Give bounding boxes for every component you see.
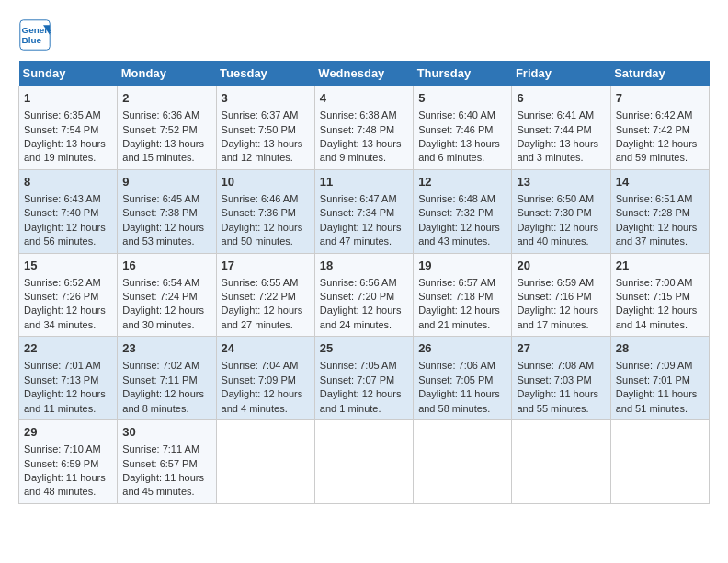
daylight-7: Daylight: 12 hours and 59 minutes. [616, 138, 698, 163]
day-cell-16: 16 Sunrise: 6:54 AM Sunset: 7:24 PM Dayl… [118, 253, 216, 337]
empty-cell [414, 420, 512, 504]
day-number-15: 15 [24, 258, 112, 274]
day-cell-21: 21 Sunrise: 7:00 AM Sunset: 7:15 PM Dayl… [610, 253, 709, 337]
day-cell-5: 5 Sunrise: 6:40 AM Sunset: 7:46 PM Dayli… [414, 86, 512, 170]
day-number-6: 6 [517, 90, 605, 107]
sunrise-22: Sunrise: 7:01 AM [24, 360, 101, 371]
sunset-29: Sunset: 6:59 PM [24, 458, 98, 469]
empty-cell [314, 420, 413, 504]
day-cell-20: 20 Sunrise: 6:59 AM Sunset: 7:16 PM Dayl… [512, 253, 610, 337]
header-wednesday: Wednesday [314, 61, 413, 86]
day-number-18: 18 [320, 258, 408, 274]
day-cell-3: 3 Sunrise: 6:37 AM Sunset: 7:50 PM Dayli… [216, 86, 314, 170]
day-cell-7: 7 Sunrise: 6:42 AM Sunset: 7:42 PM Dayli… [610, 86, 709, 170]
sunset-4: Sunset: 7:48 PM [320, 124, 394, 135]
sunrise-23: Sunrise: 7:02 AM [122, 360, 199, 371]
day-number-1: 1 [24, 90, 112, 107]
sunset-15: Sunset: 7:26 PM [24, 291, 98, 302]
day-cell-22: 22 Sunrise: 7:01 AM Sunset: 7:13 PM Dayl… [19, 337, 118, 420]
daylight-15: Daylight: 12 hours and 34 minutes. [24, 304, 106, 329]
sunrise-17: Sunrise: 6:55 AM [222, 277, 299, 288]
day-number-5: 5 [418, 90, 506, 107]
sunset-8: Sunset: 7:40 PM [24, 207, 98, 218]
sunset-28: Sunset: 7:01 PM [616, 374, 690, 385]
sunset-10: Sunset: 7:36 PM [222, 207, 296, 218]
sunrise-5: Sunrise: 6:40 AM [418, 109, 495, 121]
sunset-17: Sunset: 7:22 PM [222, 291, 296, 302]
daylight-25: Daylight: 12 hours and 1 minute. [320, 388, 402, 413]
sunset-9: Sunset: 7:38 PM [122, 207, 197, 218]
header-saturday: Saturday [610, 61, 709, 86]
sunrise-27: Sunrise: 7:08 AM [517, 360, 594, 371]
sunrise-20: Sunrise: 6:59 AM [517, 277, 594, 288]
sunrise-7: Sunrise: 6:42 AM [616, 109, 693, 121]
daylight-6: Daylight: 13 hours and 3 minutes. [517, 138, 598, 163]
day-cell-28: 28 Sunrise: 7:09 AM Sunset: 7:01 PM Dayl… [610, 337, 709, 420]
day-number-14: 14 [616, 174, 704, 190]
sunrise-30: Sunrise: 7:11 AM [122, 443, 199, 454]
empty-cell [216, 420, 314, 504]
sunset-27: Sunset: 7:03 PM [517, 374, 591, 385]
day-number-25: 25 [320, 340, 408, 357]
sunset-26: Sunset: 7:05 PM [418, 374, 493, 385]
day-number-3: 3 [222, 90, 310, 107]
day-number-8: 8 [24, 174, 112, 190]
header-sunday: Sunday [19, 61, 118, 86]
logo: General Blue [18, 18, 57, 52]
sunrise-29: Sunrise: 7:10 AM [24, 443, 101, 454]
sunrise-16: Sunrise: 6:54 AM [122, 277, 199, 288]
sunset-22: Sunset: 7:13 PM [24, 374, 98, 385]
sunset-13: Sunset: 7:30 PM [517, 207, 591, 218]
day-cell-4: 4 Sunrise: 6:38 AM Sunset: 7:48 PM Dayli… [314, 86, 413, 170]
sunset-7: Sunset: 7:42 PM [616, 124, 690, 135]
daylight-22: Daylight: 12 hours and 11 minutes. [24, 388, 106, 413]
daylight-1: Daylight: 13 hours and 19 minutes. [24, 138, 106, 163]
sunset-21: Sunset: 7:15 PM [616, 291, 690, 302]
page-header: General Blue [18, 18, 710, 52]
daylight-4: Daylight: 13 hours and 9 minutes. [320, 138, 402, 163]
day-number-11: 11 [320, 174, 408, 190]
day-cell-27: 27 Sunrise: 7:08 AM Sunset: 7:03 PM Dayl… [512, 337, 610, 420]
day-cell-24: 24 Sunrise: 7:04 AM Sunset: 7:09 PM Dayl… [216, 337, 314, 420]
sunrise-9: Sunrise: 6:45 AM [122, 193, 199, 204]
sunset-20: Sunset: 7:16 PM [517, 291, 591, 302]
daylight-16: Daylight: 12 hours and 30 minutes. [122, 304, 204, 329]
sunset-3: Sunset: 7:50 PM [222, 124, 296, 135]
day-cell-15: 15 Sunrise: 6:52 AM Sunset: 7:26 PM Dayl… [19, 253, 118, 337]
day-number-24: 24 [222, 340, 310, 357]
day-number-9: 9 [122, 174, 210, 190]
day-number-22: 22 [24, 340, 112, 357]
sunrise-1: Sunrise: 6:35 AM [24, 109, 101, 121]
week-row: 15 Sunrise: 6:52 AM Sunset: 7:26 PM Dayl… [19, 253, 710, 337]
daylight-27: Daylight: 11 hours and 55 minutes. [517, 388, 598, 413]
sunset-6: Sunset: 7:44 PM [517, 124, 591, 135]
week-row-1: 1 Sunrise: 6:35 AM Sunset: 7:54 PM Dayli… [19, 86, 710, 170]
day-cell-26: 26 Sunrise: 7:06 AM Sunset: 7:05 PM Dayl… [414, 337, 512, 420]
sunrise-11: Sunrise: 6:47 AM [320, 193, 397, 204]
day-cell-9: 9 Sunrise: 6:45 AM Sunset: 7:38 PM Dayli… [118, 169, 216, 253]
day-cell-23: 23 Sunrise: 7:02 AM Sunset: 7:11 PM Dayl… [118, 337, 216, 420]
sunset-23: Sunset: 7:11 PM [122, 374, 197, 385]
day-cell-17: 17 Sunrise: 6:55 AM Sunset: 7:22 PM Dayl… [216, 253, 314, 337]
day-number-4: 4 [320, 90, 408, 107]
empty-cell [610, 420, 709, 504]
daylight-3: Daylight: 13 hours and 12 minutes. [222, 138, 303, 163]
day-cell-13: 13 Sunrise: 6:50 AM Sunset: 7:30 PM Dayl… [512, 169, 610, 253]
sunrise-25: Sunrise: 7:05 AM [320, 360, 397, 371]
empty-cell [512, 420, 610, 504]
day-cell-18: 18 Sunrise: 6:56 AM Sunset: 7:20 PM Dayl… [314, 253, 413, 337]
sunset-12: Sunset: 7:32 PM [418, 207, 493, 218]
day-number-2: 2 [122, 90, 210, 107]
logo-icon: General Blue [18, 18, 51, 52]
sunset-14: Sunset: 7:28 PM [616, 207, 690, 218]
day-cell-2: 2 Sunrise: 6:36 AM Sunset: 7:52 PM Dayli… [118, 86, 216, 170]
day-number-27: 27 [517, 340, 605, 357]
week-row: 8 Sunrise: 6:43 AM Sunset: 7:40 PM Dayli… [19, 169, 710, 253]
sunrise-3: Sunrise: 6:37 AM [222, 109, 299, 121]
day-number-16: 16 [122, 258, 210, 274]
day-number-26: 26 [418, 340, 506, 357]
week-row: 22 Sunrise: 7:01 AM Sunset: 7:13 PM Dayl… [19, 337, 710, 420]
daylight-5: Daylight: 13 hours and 6 minutes. [418, 138, 500, 163]
day-number-20: 20 [517, 258, 605, 274]
daylight-26: Daylight: 11 hours and 58 minutes. [418, 388, 500, 413]
